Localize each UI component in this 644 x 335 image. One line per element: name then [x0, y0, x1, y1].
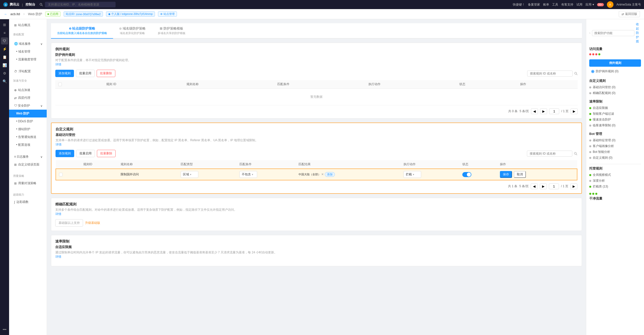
nav-beian[interactable]: 备案管家 — [528, 3, 540, 7]
rp-bot-item-4[interactable]: 自定义规则 (0) — [589, 156, 641, 160]
rp-rate-item-2[interactable]: 智能客户端过滤 — [589, 112, 641, 116]
rp-rate-item-1[interactable]: 自适应限频 — [589, 106, 641, 110]
nav-item-edge-func[interactable]: ∫ 边彩函数 — [9, 198, 47, 206]
custom-rules-search-area — [527, 151, 577, 157]
rp-rate-item-3[interactable]: 慢速攻击防护 — [589, 117, 641, 122]
rp-delegate-item-2[interactable]: 深度分析 — [589, 179, 641, 183]
rp-advanced-link[interactable]: 收起防护图 — [636, 22, 641, 44]
nav-item-domain-service[interactable]: 🌐 域名服务 ∨ — [9, 40, 47, 48]
th-status: 状态 — [456, 80, 517, 89]
global-search-input[interactable] — [45, 2, 116, 7]
nav-item-edge-proxy[interactable]: ⇄ 四层代理 — [9, 94, 47, 102]
nav-item-security[interactable]: 🛡 安全防护 ∨ — [9, 102, 47, 110]
delegate-label-3: 拦截类 (13) — [593, 184, 608, 189]
batch-delete-custom-btn[interactable]: 批量删除 — [97, 150, 116, 157]
save-rule-btn[interactable]: 保存 — [500, 171, 512, 178]
site-manage-btn[interactable]: ⊕ 站点管理 — [158, 11, 177, 17]
batch-enable-exception-btn[interactable]: 批量启用 — [76, 70, 95, 77]
exception-search-input[interactable] — [527, 70, 573, 77]
action-select[interactable]: 拦截 ▾ — [404, 171, 421, 178]
batch-delete-exception-btn[interactable]: 批量删除 — [97, 70, 115, 77]
tab-site-policy[interactable]: ⊕ 站点级防护策略 当前站点将接入域名各自生效的防护策略 — [51, 23, 113, 39]
rp-exception-active-btn[interactable]: 例外规则 — [589, 59, 641, 67]
exception-search-icon[interactable] — [574, 72, 578, 75]
custom-rules-search-input[interactable] — [527, 151, 572, 157]
basic-support-btn[interactable]: 基础版以上支持 — [55, 219, 83, 227]
cr-prev-btn[interactable]: ◀ — [531, 183, 538, 189]
left-icon-security[interactable]: 🛡 — [1, 37, 8, 44]
rp-exception-sub-item[interactable]: 防护例外规则 (0) — [589, 68, 641, 75]
rate-dot-4 — [589, 125, 591, 127]
nav-item-config[interactable]: • 配置选项 — [9, 141, 47, 149]
status-toggle[interactable] — [462, 172, 471, 177]
add-exception-rule-btn[interactable]: 添加规则 — [55, 70, 74, 77]
nav-item-domain-manage[interactable]: • 域名管理 — [9, 48, 47, 56]
rp-delegate-item-1[interactable]: 全局视察模式 — [589, 173, 641, 177]
add-region-btn[interactable]: 添加 — [325, 172, 335, 177]
left-icon-domain[interactable]: ≡ — [1, 29, 8, 36]
exception-detail-link[interactable]: 详情 — [55, 62, 578, 67]
nav-trial[interactable]: 试用 — [576, 3, 582, 7]
user-avatar[interactable]: A — [607, 1, 613, 8]
tab-site-desc: 当前站点将接入域名各自生效的防护策略 — [57, 31, 107, 35]
nav-item-site-accel[interactable]: ⊕ 站点加速 — [9, 86, 47, 94]
rp-divider — [589, 164, 641, 164]
select-all-checkbox[interactable] — [58, 83, 62, 86]
match-type-select[interactable]: 区域 ▾ — [181, 171, 198, 178]
nav-item-log[interactable]: ≡ 日志服务 ∨ — [9, 153, 47, 161]
rp-delegate-item-3[interactable]: 拦截类 (13) — [589, 184, 641, 189]
nav-item-notify[interactable]: • 告警通知推送 — [9, 133, 47, 141]
rp-search-input[interactable] — [592, 30, 634, 36]
back-button[interactable]: ← — [4, 12, 7, 16]
nav-item-custom-page[interactable]: ⊞ 自定义错误页面 — [9, 161, 47, 169]
custom-search-icon[interactable] — [574, 152, 577, 155]
exception-goto-btn[interactable]: ▶ — [571, 108, 578, 114]
region-close-btn[interactable]: ✕ — [321, 173, 324, 176]
upgrade-plan-link[interactable]: 升级基础版 — [85, 221, 100, 225]
nav-tools[interactable]: 工具 — [552, 3, 558, 7]
nav-item-traffic-manage[interactable]: • 流量额度管理 — [9, 56, 47, 63]
nav-apps[interactable]: 应用 ▾ — [585, 3, 594, 7]
left-icon-overview[interactable]: ⊞ — [1, 21, 8, 28]
rp-custom-item-1[interactable]: 基础访问管控 (0) — [589, 85, 641, 89]
left-icon-accelerate[interactable]: ⚡ — [1, 45, 8, 53]
precise-detail-link[interactable]: 详情 — [55, 212, 578, 216]
notification-badge[interactable]: 99+ — [597, 3, 604, 6]
rp-bot-item-2[interactable]: 客户端画像分析 — [589, 144, 641, 148]
exception-prev-btn[interactable]: ◀ — [531, 108, 538, 114]
nav-item-floating[interactable]: ⏱ 浮站配置 — [9, 67, 47, 75]
view-old-version-btn[interactable]: ⇄ 返回旧版 — [619, 11, 640, 17]
nav-item-web-protection[interactable]: Web 防护 — [9, 110, 47, 117]
left-icon-help[interactable]: ••• — [1, 326, 8, 333]
batch-enable-custom-btn[interactable]: 批量启用 — [76, 150, 95, 157]
cr-page-input[interactable] — [549, 183, 559, 189]
exception-next-btn[interactable]: ▶ — [540, 108, 547, 114]
cr-next-btn[interactable]: ▶ — [540, 183, 547, 189]
nav-item-cc[interactable]: • 撞站防护 — [9, 125, 47, 133]
nav-item-billing-policy[interactable]: ⊞ 用量封顶策略 — [9, 179, 47, 187]
left-icon-settings[interactable]: ⚙ — [1, 70, 8, 77]
tab-domain-policy[interactable]: ⊙ 域名级防护策略 域名差异化防护策略 — [113, 23, 152, 38]
cancel-rule-btn[interactable]: 取消 — [514, 171, 526, 178]
match-cond-select[interactable]: 不包含 ▾ — [239, 171, 257, 178]
nav-bill[interactable]: 账单 — [543, 3, 549, 7]
basic-control-detail-link[interactable]: 详情 — [56, 142, 577, 147]
add-custom-rule-btn[interactable]: 添加规则 — [56, 150, 74, 157]
site-name[interactable]: acb.ltd — [10, 12, 20, 16]
exception-page-input[interactable] — [549, 108, 559, 114]
row-checkbox[interactable] — [59, 173, 63, 176]
tab-template[interactable]: ⊞ 防护策略模板 多域名共享的防护模板 — [152, 23, 192, 38]
adaptive-detail-link[interactable]: 详情 — [55, 255, 578, 259]
left-icon-traffic[interactable]: 📊 — [1, 62, 8, 69]
rp-custom-item-2[interactable]: 精确匹配规则 (0) — [589, 91, 641, 95]
quick-ops[interactable]: 快捷键！ — [513, 3, 525, 7]
nav-item-site-overview[interactable]: ⊞ 站点概况 — [9, 21, 47, 29]
left-icon-search[interactable]: 🔍 — [1, 78, 8, 85]
rp-bot-item-3[interactable]: Bot 智能分析 — [589, 150, 641, 154]
cr-goto-btn[interactable]: ▶ — [570, 183, 577, 189]
left-icon-log[interactable]: 📋 — [1, 54, 8, 61]
rp-bot-item-1[interactable]: 基础特征管理 (0) — [589, 138, 641, 142]
rp-rate-item-4[interactable]: 临客速率限制 (0) — [589, 123, 641, 128]
nav-support[interactable]: 有客支持 — [561, 3, 573, 7]
nav-item-ddos[interactable]: • DDoS 防护 — [9, 117, 47, 125]
